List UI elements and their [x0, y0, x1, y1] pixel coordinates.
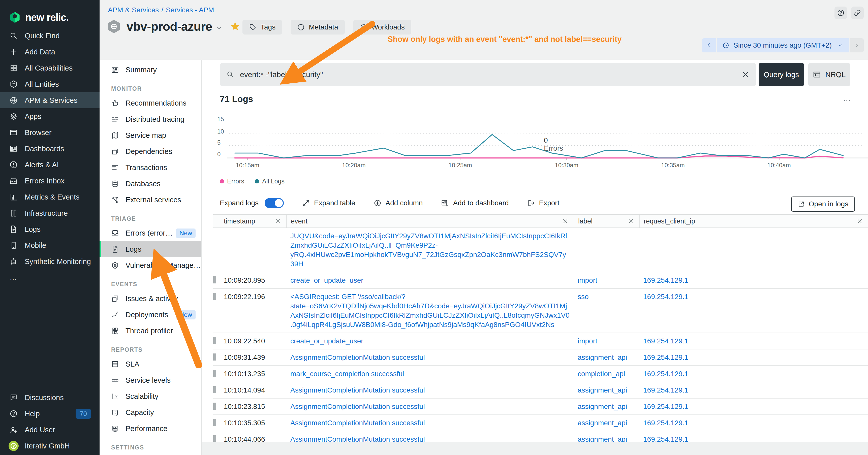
- subnav-item-transactions[interactable]: Transactions: [99, 160, 201, 175]
- log-event-link[interactable]: AssignmentCompletionMutation successful: [290, 354, 425, 361]
- log-event-link[interactable]: create_or_update_user: [290, 277, 364, 284]
- sidebar-item-add-user[interactable]: Add User: [0, 422, 99, 438]
- time-range-button[interactable]: Since 30 minutes ago (GMT+2): [717, 38, 849, 53]
- sidebar-item-apps[interactable]: Apps: [0, 108, 99, 125]
- subnav-item-service-levels[interactable]: Service levels: [99, 372, 201, 388]
- subnav-item-distributed-tracing[interactable]: Distributed tracing: [99, 111, 201, 127]
- subnav-item-sla[interactable]: SLA: [99, 356, 201, 372]
- row-marker[interactable]: [213, 419, 216, 426]
- log-label-link[interactable]: import: [578, 277, 597, 284]
- time-back-button[interactable]: [702, 38, 716, 53]
- sidebar-item-all-capabilities[interactable]: All Capabilities: [0, 60, 99, 76]
- row-marker[interactable]: [213, 293, 216, 300]
- column-header-request-client-ip[interactable]: request_client_ip: [639, 215, 868, 228]
- sidebar-item-apm-services[interactable]: APM & Services: [0, 92, 99, 108]
- row-marker[interactable]: [213, 402, 216, 410]
- copy-link-button[interactable]: [851, 6, 864, 19]
- column-header-label[interactable]: label: [574, 215, 639, 228]
- log-event-link[interactable]: AssignmentCompletionMutation successful: [290, 386, 425, 394]
- subnav-item-performance[interactable]: Performance: [99, 421, 201, 436]
- remove-column-icon[interactable]: [627, 218, 634, 225]
- log-query-input[interactable]: [240, 70, 742, 79]
- expand-logs-toggle[interactable]: [265, 198, 284, 208]
- breadcrumb-services-apm[interactable]: Services - APM: [166, 6, 214, 14]
- favorite-star-icon[interactable]: [230, 21, 241, 32]
- log-ip-link[interactable]: 169.254.129.1: [643, 386, 688, 394]
- workloads-button[interactable]: Workloads: [353, 20, 411, 34]
- remove-column-icon[interactable]: [857, 218, 863, 225]
- log-label-link[interactable]: assignment_api: [578, 419, 627, 427]
- legend-errors[interactable]: Errors: [220, 177, 244, 185]
- log-label-link[interactable]: assignment_api: [578, 402, 627, 411]
- row-marker[interactable]: [213, 386, 216, 393]
- remove-column-icon[interactable]: [275, 218, 281, 225]
- log-event-link[interactable]: create_or_update_user: [290, 337, 364, 345]
- expand-table-button[interactable]: Expand table: [302, 199, 355, 207]
- help-button[interactable]: [835, 6, 847, 19]
- log-label-link[interactable]: sso: [578, 293, 589, 300]
- clear-query-icon[interactable]: [742, 70, 749, 78]
- row-marker[interactable]: [213, 370, 216, 377]
- subnav-item-capacity[interactable]: Capacity: [99, 404, 201, 421]
- log-event-link[interactable]: mark_course_completion successful: [290, 370, 404, 378]
- subnav-item-dependencies[interactable]: Dependencies: [99, 143, 201, 160]
- log-event-link[interactable]: JUQVU&code=eyJraWQiOiJjcGItY29yZV8wOTI1M…: [290, 232, 567, 268]
- log-ip-link[interactable]: 169.254.129.1: [643, 337, 688, 345]
- subnav-item-issues-activity[interactable]: Issues & activity: [99, 291, 201, 306]
- sidebar-item-metrics-events[interactable]: Metrics & Events: [0, 189, 99, 205]
- log-ip-link[interactable]: 169.254.129.1: [643, 293, 688, 300]
- sidebar-item-quick-find[interactable]: Quick Find: [0, 28, 99, 44]
- log-label-link[interactable]: completion_api: [578, 370, 625, 378]
- log-ip-link[interactable]: 169.254.129.1: [643, 277, 688, 284]
- log-label-link[interactable]: assignment_api: [578, 354, 627, 361]
- subnav-item-vulnerability-management[interactable]: Vulnerability Management: [99, 257, 201, 273]
- subnav-item-deployments[interactable]: DeploymentsNew: [99, 306, 201, 323]
- remove-column-icon[interactable]: [562, 218, 568, 225]
- sidebar-item-errors-inbox[interactable]: Errors Inbox: [0, 173, 99, 189]
- chart-more-menu-icon[interactable]: [841, 97, 852, 105]
- sidebar-item-alerts-ai[interactable]: Alerts & AI: [0, 157, 99, 173]
- subnav-item-databases[interactable]: Databases: [99, 175, 201, 192]
- sidebar-item-infrastructure[interactable]: Infrastructure: [0, 205, 99, 221]
- new-relic-logo[interactable]: new relic.: [0, 0, 99, 28]
- sidebar-item-iterativ-gmbh[interactable]: Iterativ GmbH: [0, 438, 99, 454]
- nrql-button[interactable]: NRQL: [808, 63, 850, 86]
- sidebar-item-logs[interactable]: Logs: [0, 221, 99, 237]
- subnav-item-thread-profiler[interactable]: Thread profiler: [99, 323, 201, 339]
- add-column-button[interactable]: Add column: [373, 199, 423, 207]
- sidebar-item-synthetic-monitoring[interactable]: Synthetic Monitoring: [0, 254, 99, 269]
- subnav-item-summary[interactable]: Summary: [99, 62, 201, 78]
- title-chevron-down-icon[interactable]: [215, 24, 223, 32]
- column-header-timestamp[interactable]: timestamp: [213, 215, 286, 228]
- log-event-link[interactable]: AssignmentCompletionMutation successful: [290, 402, 425, 411]
- subnav-item-service-map[interactable]: Service map: [99, 127, 201, 143]
- sidebar-item-all-entities[interactable]: All Entities: [0, 76, 99, 92]
- row-marker[interactable]: [213, 354, 216, 360]
- log-label-link[interactable]: assignment_api: [578, 386, 627, 394]
- subnav-item-logs[interactable]: Logs: [99, 241, 201, 257]
- subnav-item-recommendations[interactable]: Recommendations: [99, 95, 201, 111]
- row-marker[interactable]: [213, 277, 216, 284]
- sidebar-item-browser[interactable]: Browser: [0, 125, 99, 140]
- subnav-item-external-services[interactable]: External services: [99, 192, 201, 208]
- sidebar-item-discussions[interactable]: Discussions: [0, 390, 99, 405]
- sidebar-item-mobile[interactable]: Mobile: [0, 237, 99, 254]
- subnav-item-errors-errors-inb[interactable]: Errors (errors inb...New: [99, 225, 201, 241]
- log-event-link[interactable]: AssignmentCompletionMutation successful: [290, 419, 425, 427]
- row-marker[interactable]: [213, 435, 216, 443]
- query-logs-button[interactable]: Query logs: [758, 63, 804, 86]
- row-marker[interactable]: [213, 337, 216, 344]
- log-ip-link[interactable]: 169.254.129.1: [643, 402, 688, 411]
- breadcrumb-apm-services[interactable]: APM & Services: [108, 6, 159, 14]
- log-event-link[interactable]: <ASGIRequest: GET '/sso/callback/?state=…: [290, 293, 569, 328]
- sidebar-item-add-data[interactable]: Add Data: [0, 44, 99, 60]
- export-button[interactable]: Export: [527, 199, 559, 207]
- column-header-event[interactable]: event: [286, 215, 574, 228]
- legend-all-logs[interactable]: All Logs: [255, 177, 284, 185]
- log-ip-link[interactable]: 169.254.129.1: [643, 419, 688, 427]
- subnav-item-scalability[interactable]: Scalability: [99, 388, 201, 404]
- sidebar-item-item[interactable]: …: [0, 269, 99, 286]
- metadata-button[interactable]: Metadata: [290, 20, 345, 34]
- add-to-dashboard-button[interactable]: Add to dashboard: [441, 199, 508, 207]
- sidebar-item-dashboards[interactable]: Dashboards: [0, 140, 99, 157]
